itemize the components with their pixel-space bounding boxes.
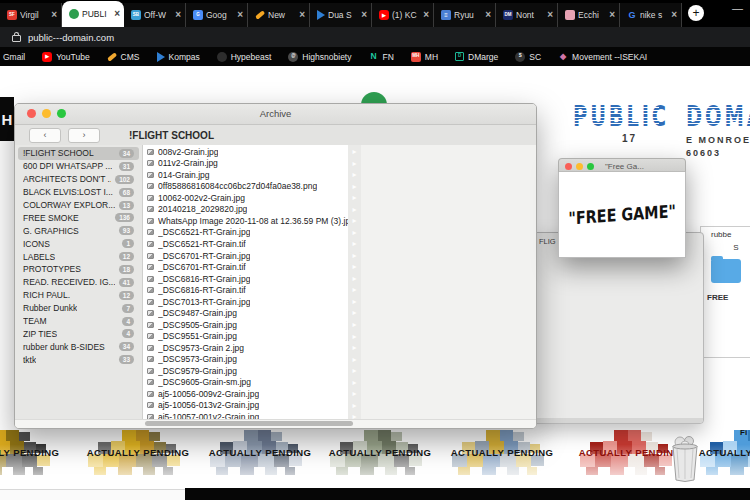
file-row[interactable]: _DSC7013-RT-Grain.jpg: [143, 296, 348, 308]
file-row[interactable]: _DSC6701-RT-Grain.tif: [143, 261, 348, 273]
file-name: 20140218_2029820.jpg: [158, 204, 247, 214]
file-row[interactable]: 0ff85886816084cc06bc27d04fa0ae38.png: [143, 181, 348, 193]
close-icon[interactable]: ×: [175, 10, 181, 20]
youtube-icon: ▶: [42, 52, 52, 62]
sidebar-item[interactable]: ZIP TIES4: [18, 327, 139, 340]
trash-icon[interactable]: [668, 436, 702, 486]
pending-sneakers-row: Fi ACTUALLY PENDINGACTUALLY PENDINGACTUA…: [0, 430, 750, 486]
file-row[interactable]: aj5-10056-013v2-Grain.jpg: [143, 400, 348, 412]
close-icon[interactable]: ×: [423, 10, 429, 20]
file-row[interactable]: _DSC6521-RT-Grain.jpg: [143, 227, 348, 239]
browser-tab[interactable]: New×: [248, 3, 310, 27]
file-row[interactable]: _DSC6521-RT-Grain.tif: [143, 238, 348, 250]
address-bar[interactable]: public---domain.com: [0, 27, 750, 47]
close-icon[interactable]: ×: [51, 10, 57, 20]
file-row[interactable]: _DSC9573-Grain.jpg: [143, 354, 348, 366]
archive-titlebar[interactable]: Archive: [15, 104, 536, 125]
image-file-icon: [147, 345, 154, 351]
sidebar-item[interactable]: COLORWAY EXPLOR...13: [18, 199, 139, 212]
sidebar-item[interactable]: tktk33: [18, 353, 139, 366]
bookmark-item[interactable]: ▶YouTube: [42, 52, 89, 62]
browser-tab[interactable]: Dua S×: [310, 3, 372, 27]
browser-tab[interactable]: Gnike s×: [620, 3, 682, 27]
dm-logo-icon: DM: [503, 10, 513, 20]
minimize-traffic-light-icon[interactable]: [576, 163, 583, 170]
free-game-titlebar[interactable]: "Free Ga...: [558, 158, 686, 172]
file-row[interactable]: _DSC9579-Grain.jpg: [143, 365, 348, 377]
file-row[interactable]: 008v2-Grain.jpg: [143, 146, 348, 158]
bookmark-item[interactable]: NFN: [368, 52, 393, 62]
bookmark-item[interactable]: Hypebeast: [217, 52, 272, 62]
sidebar-item[interactable]: !FLIGHT SCHOOL34: [18, 147, 139, 160]
browser-tab[interactable]: DMNont×: [496, 3, 558, 27]
file-row[interactable]: WhatsApp Image 2020-11-08 at 12.36.59 PM…: [143, 215, 348, 227]
close-icon[interactable]: ×: [547, 10, 553, 20]
chevron-right-icon: ▸: [348, 261, 361, 273]
file-row[interactable]: 10062-002v2-Grain.jpg: [143, 192, 348, 204]
file-row[interactable]: 011v2-Grain.jpg: [143, 158, 348, 170]
close-traffic-light-icon[interactable]: [565, 163, 572, 170]
bookmark-item[interactable]: @Highsnobiety: [288, 52, 351, 62]
file-row[interactable]: _DSC6816-RT-Grain.jpg: [143, 273, 348, 285]
file-row[interactable]: aj5-10056-009v2-Grain.jpg: [143, 388, 348, 400]
minimize-window-icon[interactable]: —: [732, 2, 743, 14]
sidebar-item[interactable]: PROTOTYPES18: [18, 263, 139, 276]
back-button[interactable]: ‹: [29, 128, 61, 143]
forward-button[interactable]: ›: [68, 128, 100, 143]
scrollbar-thumb[interactable]: [145, 421, 353, 426]
browser-tab[interactable]: Ecchi×: [558, 3, 620, 27]
sidebar-item[interactable]: FREE SMOKE136: [18, 211, 139, 224]
bookmark-item[interactable]: SSC: [515, 52, 541, 62]
close-icon[interactable]: ×: [609, 10, 615, 20]
file-name: _DSC9551-Grain.jpg: [158, 331, 237, 341]
image-file-icon: [147, 183, 154, 189]
sidebar-item[interactable]: ICONS1: [18, 237, 139, 250]
file-row[interactable]: _DSC9573-Grain 2.jpg: [143, 342, 348, 354]
bookmark-item[interactable]: MHMH: [411, 52, 438, 62]
file-row[interactable]: _DSC6816-RT-Grain.tif: [143, 284, 348, 296]
sidebar-item[interactable]: G. GRAPHICS93: [18, 224, 139, 237]
sidebar-item[interactable]: Rubber Dunkk7: [18, 302, 139, 315]
zoom-traffic-light-icon[interactable]: [587, 163, 594, 170]
url-text[interactable]: public---domain.com: [28, 32, 114, 43]
sidebar-item[interactable]: TEAM4: [18, 315, 139, 328]
close-icon[interactable]: ×: [299, 10, 305, 20]
browser-tab[interactable]: ≡Ryuu×: [434, 3, 496, 27]
file-row[interactable]: _DSC9605-Grain-sm.jpg: [143, 377, 348, 389]
file-row[interactable]: 20140218_2029820.jpg: [143, 204, 348, 216]
blue-folder-icon[interactable]: [711, 259, 741, 283]
sidebar-item[interactable]: BLACK ELVIS:LOST I...68: [18, 186, 139, 199]
close-icon[interactable]: ×: [114, 9, 120, 19]
archive-body: !FLIGHT SCHOOL34600 DPI WHATSAPP ...31AR…: [15, 145, 536, 420]
browser-tab[interactable]: SFVirgil×: [0, 3, 62, 27]
bookmark-item[interactable]: Kompas: [157, 52, 200, 62]
background-window[interactable]: FLIG: [530, 232, 704, 424]
sidebar-item[interactable]: ARCHITECTS DON'T ...102: [18, 173, 139, 186]
file-row[interactable]: _DSC6701-RT-Grain.jpg: [143, 250, 348, 262]
chevron-right-icon: ▸: [348, 169, 361, 181]
close-icon[interactable]: ×: [361, 10, 367, 20]
browser-tab[interactable]: PUBLI×: [62, 1, 124, 27]
browser-tab[interactable]: ▶(1) KC×: [372, 3, 434, 27]
close-icon[interactable]: ×: [671, 10, 677, 20]
horizontal-scrollbar[interactable]: [15, 419, 536, 428]
close-icon[interactable]: ×: [237, 10, 243, 20]
file-row[interactable]: _DSC9487-Grain.jpg: [143, 307, 348, 319]
sidebar-item[interactable]: READ. RECEIVED. IG...41: [18, 276, 139, 289]
file-row[interactable]: _DSC9505-Grain.jpg: [143, 319, 348, 331]
bookmark-item[interactable]: ◆Movement --ISEKAI: [558, 52, 647, 62]
sidebar-item[interactable]: 600 DPI WHATSAPP ...31: [18, 160, 139, 173]
sidebar-item[interactable]: LABELS12: [18, 250, 139, 263]
bookmark-item[interactable]: DDMarge: [455, 52, 498, 62]
new-tab-button[interactable]: +: [688, 5, 704, 21]
file-name: aj5-10056-013v2-Grain.jpg: [158, 400, 259, 410]
sidebar-item[interactable]: RICH PAUL.12: [18, 289, 139, 302]
bookmark-item[interactable]: CMS: [107, 52, 140, 62]
browser-tab[interactable]: SBOff-W×: [124, 3, 186, 27]
file-row[interactable]: _DSC9551-Grain.jpg: [143, 331, 348, 343]
sidebar-item[interactable]: rubber dunk B-SIDES34: [18, 340, 139, 353]
file-row[interactable]: 014-Grain.jpg: [143, 169, 348, 181]
close-icon[interactable]: ×: [485, 10, 491, 20]
bookmark-item[interactable]: Gmail: [3, 52, 25, 62]
browser-tab[interactable]: GGoog×: [186, 3, 248, 27]
